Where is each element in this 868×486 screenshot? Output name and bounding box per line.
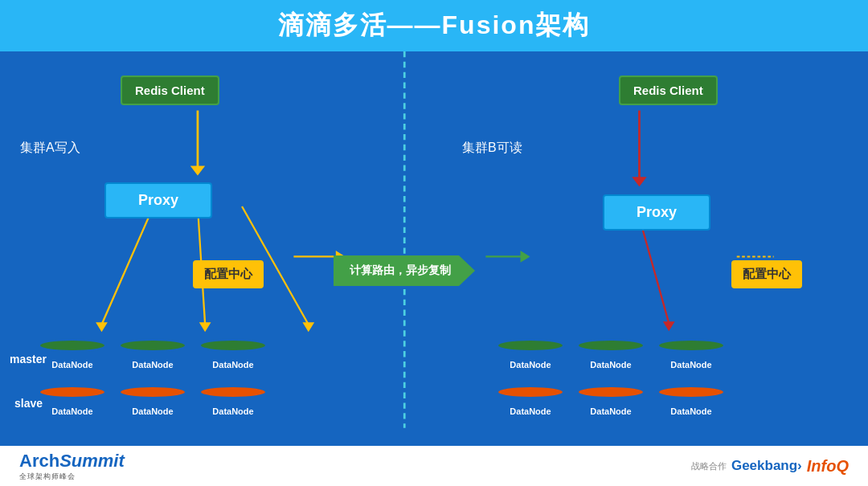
left-config-center: 配置中心 (193, 260, 264, 288)
right-redis-client: Redis Client (619, 76, 718, 105)
right-slave-node-3: DataNode (659, 387, 723, 426)
right-logos: 战略合作 Geekbang› InfoQ (691, 457, 849, 476)
fusion-arrow: 计算路由，异步复制 (334, 255, 475, 286)
left-proxy: Proxy (104, 182, 212, 218)
cluster-a-label: 集群A写入 (20, 140, 80, 157)
right-config-center: 配置中心 (731, 260, 802, 288)
bottom-bar: ArchSummit 全球架构师峰会 战略合作 Geekbang› InfoQ (0, 446, 868, 486)
hosted-by-text: 战略合作 (691, 460, 727, 472)
right-slave-node-1: DataNode (498, 387, 563, 426)
right-proxy: Proxy (603, 194, 710, 231)
left-slave-node-3: DataNode (201, 387, 265, 426)
right-slave-node-2: DataNode (579, 387, 643, 426)
right-master-node-3: DataNode (659, 341, 723, 379)
left-redis-client: Redis Client (121, 76, 219, 105)
title-bar: 滴滴多活——Fusion架构 (0, 0, 868, 51)
page-title: 滴滴多活——Fusion架构 (278, 10, 591, 39)
left-master-node-2: DataNode (121, 341, 185, 379)
right-master-node-2: DataNode (579, 341, 643, 379)
arch-sub: 全球架构师峰会 (19, 472, 76, 482)
left-master-node-3: DataNode (201, 341, 265, 379)
infoq-logo: InfoQ (807, 457, 849, 476)
slave-label: slave (14, 397, 43, 410)
right-master-node-1: DataNode (498, 341, 563, 379)
cluster-b-label: 集群B可读 (462, 140, 522, 157)
left-slave-node-2: DataNode (121, 387, 185, 426)
left-slave-node-1: DataNode (40, 387, 104, 426)
arch-summit-logo: ArchSummit 全球架构师峰会 (19, 451, 125, 482)
left-master-node-1: DataNode (40, 341, 104, 379)
geekbang-logo: Geekbang› (731, 458, 802, 474)
